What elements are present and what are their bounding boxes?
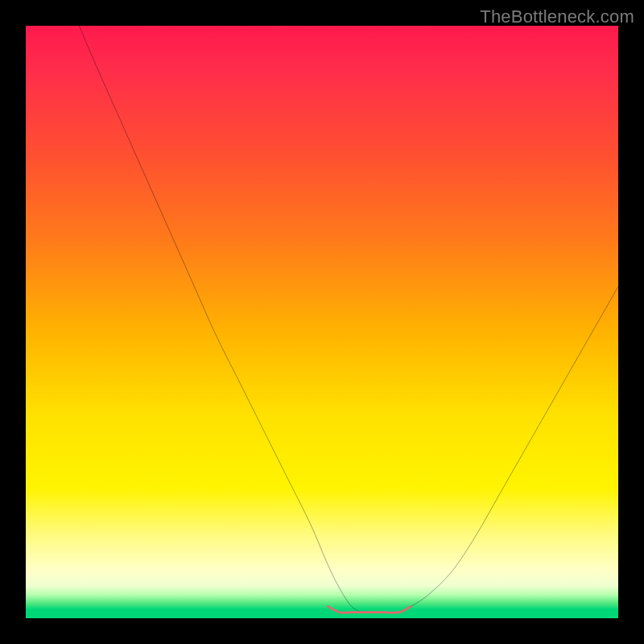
curve-path [79, 26, 618, 613]
watermark-text: TheBottleneck.com [480, 6, 634, 27]
bottleneck-plot [26, 26, 618, 618]
chart-frame [26, 26, 618, 618]
highlight-path [328, 606, 411, 613]
